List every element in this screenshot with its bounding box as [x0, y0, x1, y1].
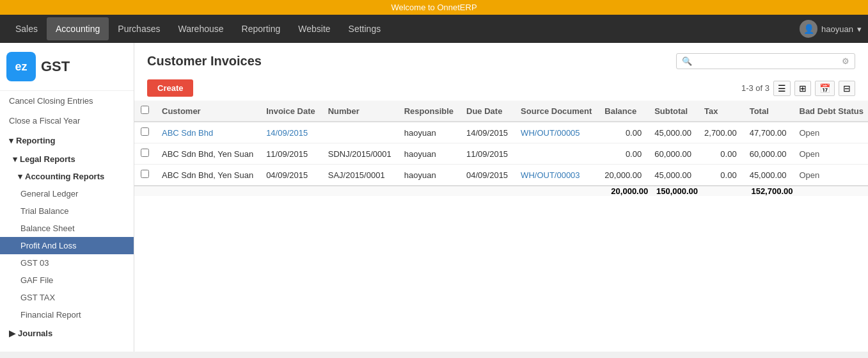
row-customer-2[interactable]: ABC Sdn Bhd, Yen Suan: [155, 165, 260, 186]
nav-accounting[interactable]: Accounting: [47, 17, 109, 40]
page-header: Customer Invoices 🔍 ⚙: [134, 43, 868, 76]
sidebar-item-trial-balance[interactable]: Trial Balance: [0, 202, 134, 220]
sidebar-item-cancel-closing[interactable]: Cancel Closing Entries: [0, 91, 134, 111]
row-tax-2: 0.00: [698, 165, 743, 186]
pagination-text: 1-3 of 3: [741, 83, 769, 93]
row-number-2: SAJ/2015/0001: [322, 165, 398, 186]
row-due-date-2: 04/09/2015: [460, 165, 514, 186]
summary-tax-empty: [698, 186, 743, 196]
row-customer-1[interactable]: ABC Sdn Bhd, Yen Suan: [155, 143, 260, 165]
row-bad-debt-1: Open: [793, 143, 869, 165]
main-content: Customer Invoices 🔍 ⚙ Create 1-3 of 3 ☰ …: [134, 43, 868, 352]
col-responsible: Responsible: [398, 101, 460, 122]
list-view-button[interactable]: ☰: [773, 81, 791, 96]
sidebar-item-gaf-file[interactable]: GAF File: [0, 272, 134, 289]
logo-icon-text: ez: [15, 60, 27, 74]
table-row: ABC Sdn Bhd 14/09/2015 haoyuan 14/09/201…: [134, 122, 868, 143]
table-wrapper: Customer Invoice Date Number Responsible…: [134, 101, 868, 196]
user-avatar: 👤: [800, 20, 817, 38]
row-customer-0[interactable]: ABC Sdn Bhd: [155, 122, 260, 143]
col-invoice-date: Invoice Date: [260, 101, 322, 122]
col-checkbox: [134, 101, 155, 122]
nav-purchases[interactable]: Purchases: [109, 17, 169, 40]
nav-website[interactable]: Website: [289, 17, 339, 40]
row-balance-1: 0.00: [598, 143, 648, 165]
row-number-0: [322, 122, 398, 143]
row-subtotal-0: 45,000.00: [648, 122, 698, 143]
chevron-down-icon: ▾: [9, 136, 13, 145]
sidebar-group-journals[interactable]: ▶ Journals: [0, 323, 134, 343]
sidebar: ez GST Cancel Closing Entries Close a Fi…: [0, 43, 134, 352]
row-subtotal-2: 45,000.00: [648, 165, 698, 186]
welcome-text: Welcome to OnnetERP: [391, 3, 477, 12]
row-subtotal-1: 60,000.00: [648, 143, 698, 165]
row-tax-0: 2,700.00: [698, 122, 743, 143]
dropdown-arrow-icon: ▾: [857, 24, 862, 34]
summary-total: 152,700.00: [743, 186, 793, 196]
col-source-document: Source Document: [514, 101, 598, 122]
col-tax: Tax: [698, 101, 743, 122]
sidebar-subgroup-legal[interactable]: ▾ Legal Reports: [0, 151, 134, 168]
row-bad-debt-2: Open: [793, 165, 869, 186]
invoices-table: Customer Invoice Date Number Responsible…: [134, 101, 868, 196]
toolbar: Create 1-3 of 3 ☰ ⊞ 📅 ⊟: [134, 76, 868, 101]
row-checkbox-2[interactable]: [134, 165, 155, 186]
sidebar-item-close-fiscal[interactable]: Close a Fiscal Year: [0, 111, 134, 131]
summary-subtotal: 150,000.00: [648, 186, 698, 196]
search-settings-icon[interactable]: ⚙: [842, 56, 849, 66]
sidebar-subgroup-accounting-reports[interactable]: ▾ Accounting Reports: [0, 168, 134, 185]
col-subtotal: Subtotal: [648, 101, 698, 122]
search-bar: 🔍 ⚙: [676, 53, 855, 69]
layout: ez GST Cancel Closing Entries Close a Fi…: [0, 43, 868, 352]
sidebar-item-gst03[interactable]: GST 03: [0, 254, 134, 272]
nav-sales[interactable]: Sales: [6, 17, 47, 40]
col-total: Total: [743, 101, 793, 122]
table-summary-row: 20,000.00 150,000.00 152,700.00: [134, 186, 868, 196]
search-input[interactable]: [695, 56, 842, 66]
row-source-doc-2[interactable]: WH/OUT/00003: [514, 165, 598, 186]
sidebar-group-reporting[interactable]: ▾ Reporting: [0, 131, 134, 151]
sidebar-item-gst-tax[interactable]: GST TAX: [0, 289, 134, 306]
row-total-2: 45,000.00: [743, 165, 793, 186]
nav-reporting[interactable]: Reporting: [233, 17, 290, 40]
logo-icon: ez: [6, 52, 36, 81]
col-due-date: Due Date: [460, 101, 514, 122]
page-title: Customer Invoices: [147, 54, 262, 69]
row-source-doc-0[interactable]: WH/OUT/00005: [514, 122, 598, 143]
row-invoice-date-1: 11/09/2015: [260, 143, 322, 165]
summary-empty-2: [793, 186, 869, 196]
col-number: Number: [322, 101, 398, 122]
chevron-right-icon: ▾: [13, 154, 17, 164]
col-balance: Balance: [598, 101, 648, 122]
view-controls: 1-3 of 3 ☰ ⊞ 📅 ⊟: [741, 81, 855, 96]
kanban-view-button[interactable]: ⊞: [794, 81, 811, 96]
row-source-doc-1[interactable]: [514, 143, 598, 165]
row-checkbox-0[interactable]: [134, 122, 155, 143]
sidebar-item-balance-sheet[interactable]: Balance Sheet: [0, 220, 134, 237]
nav-settings[interactable]: Settings: [340, 17, 390, 40]
row-invoice-date-2: 04/09/2015: [260, 165, 322, 186]
sidebar-item-profit-and-loss[interactable]: Profit And Loss: [0, 237, 134, 254]
sidebar-logo: ez GST: [0, 43, 134, 91]
calendar-view-button[interactable]: 📅: [815, 81, 835, 96]
row-balance-2: 20,000.00: [598, 165, 648, 186]
row-total-0: 47,700.00: [743, 122, 793, 143]
sidebar-item-financial-report[interactable]: Financial Report: [0, 306, 134, 323]
select-all-checkbox[interactable]: [141, 106, 149, 114]
summary-balance: 20,000.00: [598, 186, 648, 196]
row-bad-debt-0: Open: [793, 122, 869, 143]
nav-warehouse[interactable]: Warehouse: [169, 17, 232, 40]
chevron-down-icon-2: ▾: [18, 172, 22, 181]
search-icon: 🔍: [682, 56, 692, 66]
sidebar-item-general-ledger[interactable]: General Ledger: [0, 185, 134, 202]
row-responsible-1: haoyuan: [398, 143, 460, 165]
chevron-right-icon-2: ▶: [9, 329, 15, 338]
create-button[interactable]: Create: [147, 79, 193, 97]
row-checkbox-1[interactable]: [134, 143, 155, 165]
welcome-bar: Welcome to OnnetERP: [0, 0, 868, 15]
user-menu[interactable]: 👤 haoyuan ▾: [800, 20, 862, 38]
logo-text: GST: [41, 58, 70, 75]
table-header-row: Customer Invoice Date Number Responsible…: [134, 101, 868, 122]
more-view-button[interactable]: ⊟: [839, 81, 855, 96]
username: haoyuan: [821, 24, 853, 34]
